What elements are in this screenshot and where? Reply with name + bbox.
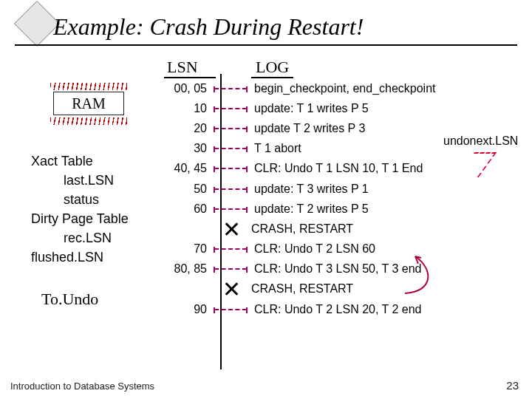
log-text: update: T 1 writes P 5 xyxy=(250,102,445,115)
crash-row: CRASH, RESTART xyxy=(164,219,445,239)
toundo-label: To.Undo xyxy=(41,290,98,309)
left-column: Xact Table last.LSN status Dirty Page Ta… xyxy=(31,151,129,267)
lsn-value: 90 xyxy=(164,303,211,316)
log-text: CLR: Undo T 1 LSN 10, T 1 End xyxy=(250,162,445,175)
slide-title: Example: Crash During Restart! xyxy=(53,13,364,41)
lsn-heading: LSN xyxy=(164,58,216,78)
log-row: 10update: T 1 writes P 5 xyxy=(164,98,445,118)
ram-label: RAM xyxy=(72,95,106,112)
flushedlsn-label: flushed.LSN xyxy=(31,248,129,267)
tick-mark-icon xyxy=(214,148,247,149)
crash-text: CRASH, RESTART xyxy=(251,282,353,296)
log-row: 60update: T 2 writes P 5 xyxy=(164,199,445,219)
tick-mark-icon xyxy=(214,309,247,310)
status-label: status xyxy=(64,190,129,209)
log-text: update: T 3 writes P 1 xyxy=(250,183,445,196)
log-row: 30T 1 abort xyxy=(164,139,445,159)
page-number: 23 xyxy=(506,379,519,392)
dirty-page-table-label: Dirty Page Table xyxy=(31,209,129,228)
log-text: CLR: Undo T 2 LSN 20, T 2 end xyxy=(250,303,445,316)
log-text: update: T 2 writes P 5 xyxy=(250,202,445,216)
lsn-value: 40, 45 xyxy=(164,162,211,175)
log-row: 00, 05begin_checkpoint, end_checkpoint xyxy=(164,78,445,98)
lastlsn-label: last.LSN xyxy=(64,171,129,190)
log-row: 50update: T 3 writes P 1 xyxy=(164,179,445,199)
tick-mark-icon xyxy=(214,168,247,169)
lsn-value: 50 xyxy=(164,183,211,196)
tick-mark-icon xyxy=(214,88,247,89)
undonext-label: undonext.LSN xyxy=(443,134,518,148)
undonext-arrow-icon xyxy=(457,152,497,177)
crash-text: CRASH, RESTART xyxy=(251,222,353,236)
crash-x-icon xyxy=(225,222,238,236)
lsn-value: 70 xyxy=(164,242,211,256)
tick-mark-icon xyxy=(214,188,247,190)
lsn-value: 60 xyxy=(164,202,211,216)
tick-mark-icon xyxy=(214,108,247,109)
tick-mark-icon xyxy=(214,208,247,210)
tick-mark-icon xyxy=(214,248,247,250)
log-row: 90CLR: Undo T 2 LSN 20, T 2 end xyxy=(164,299,445,319)
title-underline xyxy=(15,44,517,46)
curved-arrow-icon xyxy=(400,253,437,296)
tick-mark-icon xyxy=(214,128,247,129)
xact-table-label: Xact Table xyxy=(31,151,129,171)
reclsn-label: rec.LSN xyxy=(64,228,129,248)
log-row: 40, 45CLR: Undo T 1 LSN 10, T 1 End xyxy=(164,159,445,179)
ram-hatch xyxy=(50,117,127,125)
ram-hatch xyxy=(50,83,127,90)
footer-text: Introduction to Database Systems xyxy=(10,381,154,392)
ram-box: RAM xyxy=(53,92,124,115)
lsn-value: 00, 05 xyxy=(164,82,211,95)
crash-x-icon xyxy=(225,282,238,296)
log-row: 20update T 2 writes P 3 xyxy=(164,118,445,138)
lsn-value: 10 xyxy=(164,102,211,115)
lsn-value: 20 xyxy=(164,122,211,135)
log-text: T 1 abort xyxy=(250,142,445,155)
tick-mark-icon xyxy=(214,268,247,270)
log-heading: LOG xyxy=(251,58,293,78)
lsn-value: 80, 85 xyxy=(164,262,211,276)
lsn-value: 30 xyxy=(164,142,211,155)
log-header: LSN LOG xyxy=(164,58,445,78)
log-text: begin_checkpoint, end_checkpoint xyxy=(250,82,445,95)
log-text: update T 2 writes P 3 xyxy=(250,122,445,135)
